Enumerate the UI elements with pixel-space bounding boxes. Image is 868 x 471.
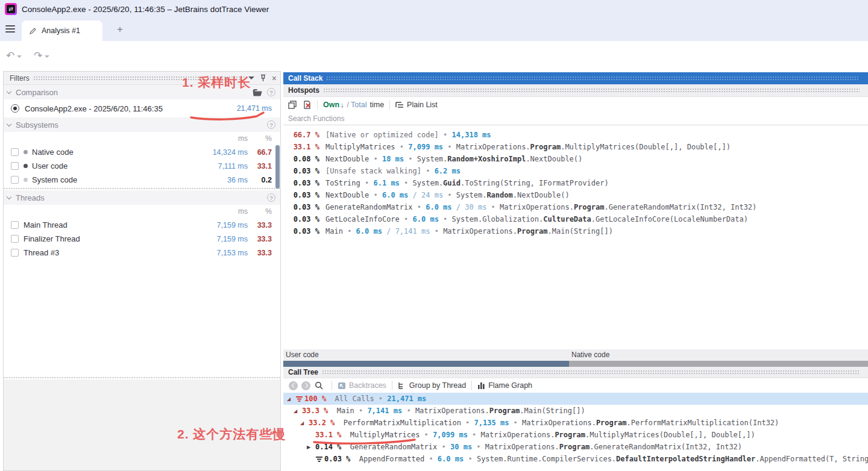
signature: .GetLocaleInfoCore(LocaleNumberData) [591, 215, 748, 223]
subsystem-row[interactable]: Native code14,324 ms66.7 [4, 145, 280, 159]
snapshot-total-time: 21,471 ms [237, 104, 272, 113]
own-time: 6.0 ms [356, 227, 382, 236]
stacked-frames-icon[interactable] [288, 101, 297, 109]
hotspot-percent: 0.03 % [291, 203, 319, 211]
checkbox[interactable] [11, 148, 19, 156]
hotspot-row[interactable]: 0.03 %ToString • 6.1 ms • System.Guid.To… [283, 177, 868, 189]
code-type-bar: User code Native code [283, 349, 868, 367]
function-name: GenerateRandomMatrix [326, 203, 413, 211]
checkbox[interactable] [11, 162, 19, 170]
subsystem-percent: 33.1 [248, 162, 272, 170]
section-subsystems[interactable]: Subsystems ? [4, 117, 280, 132]
tree-percent: 0.14 % [315, 443, 350, 451]
checkbox[interactable] [11, 176, 19, 184]
signature-class: Program [559, 443, 590, 451]
help-circle-icon[interactable]: ? [267, 88, 275, 96]
call-tree-row[interactable]: 33.1 % MultiplyMatrices • 7,099 ms • Mat… [283, 429, 868, 441]
function-name: [Native or optimized code] [326, 131, 439, 139]
section-threads[interactable]: Threads ? [4, 190, 280, 205]
native-code-label: Native code [571, 351, 609, 359]
folder-icon[interactable] [253, 89, 263, 96]
redo-button[interactable]: ↷ [34, 49, 49, 62]
backtraces-button[interactable]: Backtraces [349, 381, 386, 390]
help-circle-icon[interactable]: ? [267, 193, 275, 202]
checkbox[interactable] [11, 249, 19, 257]
hotspot-row[interactable]: 0.03 %Main • 6.0 ms / 7,141 ms • MatrixO… [283, 225, 868, 237]
subsystem-percent: 0.2 [248, 176, 272, 184]
checkbox[interactable] [11, 221, 19, 229]
close-icon[interactable]: × [272, 74, 277, 83]
filters-panel: Filters × Comparison ? Cons [3, 71, 281, 471]
main-menu-button[interactable] [5, 25, 15, 33]
hotspot-row[interactable]: 0.08 %NextDouble • 18 ms • System.Random… [283, 153, 868, 165]
native-code-segment[interactable] [569, 361, 868, 367]
subsystem-row[interactable]: System code36 ms0.2 [4, 173, 280, 187]
help-circle-icon[interactable]: ? [267, 120, 275, 129]
own-time: 6.2 ms [435, 167, 461, 175]
hotspot-row[interactable]: 0.03 %[Unsafe stack walking] • 6.2 ms [283, 165, 868, 177]
hotspot-row[interactable]: 66.7 %[Native or optimized code] • 14,31… [283, 129, 868, 141]
list-icon [395, 101, 404, 108]
total-time: 24 ms [421, 191, 443, 199]
function-name: PerformMatrixMultiplication [344, 419, 461, 427]
call-tree-row[interactable]: ◢33.2 % PerformMatrixMultiplication • 7,… [283, 417, 868, 429]
tab-analysis-1[interactable]: Analysis #1 [22, 20, 102, 41]
thread-row[interactable]: Main Thread7,159 ms33.3 [4, 218, 280, 232]
search-functions-input[interactable] [283, 114, 868, 123]
pencil-icon [29, 27, 37, 35]
chevron-down-icon[interactable] [17, 55, 22, 58]
expanded-arrow-icon[interactable]: ◢ [287, 396, 295, 402]
call-tree-row[interactable]: 0.03 % AppendFormatted • 6.0 ms • System… [283, 453, 868, 465]
comparison-label: Comparison [16, 88, 58, 97]
user-code-segment[interactable] [283, 361, 569, 367]
signature: MatrixOperations. [522, 419, 596, 427]
sort-total-button[interactable]: Total [351, 101, 366, 109]
vertical-scrollbar[interactable] [275, 145, 280, 189]
subsystem-row[interactable]: User code7,111 ms33.1 [4, 159, 280, 173]
comparison-snapshot-row[interactable]: ConsoleApp2.exe - 2025/6/20, 11:46:35 21… [4, 99, 280, 117]
signature: System.Globalization. [452, 215, 544, 223]
magnifier-icon[interactable] [315, 381, 324, 390]
backtraces-icon[interactable] [338, 382, 346, 390]
undo-button[interactable]: ↶ [6, 49, 22, 62]
new-tab-button[interactable]: + [113, 23, 127, 36]
signature: .NextDouble() [513, 191, 570, 199]
hotspot-percent: 0.03 % [291, 167, 319, 175]
flame-graph-button[interactable]: Flame Graph [488, 381, 532, 390]
plain-list-button[interactable]: Plain List [407, 101, 438, 109]
pin-icon[interactable] [260, 74, 266, 82]
tree-percent: 33.3 % [302, 407, 337, 415]
collapsed-arrow-icon[interactable]: ▶ [307, 444, 315, 450]
sort-own-button[interactable]: Own [323, 101, 339, 109]
hotspot-row[interactable]: 0.03 %GetLocaleInfoCore • 6.0 ms • Syste… [283, 213, 868, 225]
subsystem-name: System code [32, 175, 197, 184]
panel-menu-icon[interactable] [248, 76, 254, 80]
thread-row[interactable]: Thread #37,153 ms33.3 [4, 246, 280, 260]
forward-button[interactable] [301, 381, 310, 390]
hotspot-percent: 0.08 % [291, 155, 319, 163]
hotspots-list: 66.7 %[Native or optimized code] • 14,31… [283, 125, 868, 237]
back-button[interactable] [289, 381, 298, 390]
own-time: 6.0 ms [438, 455, 464, 463]
filters-title: Filters [10, 74, 30, 83]
file-red-x-icon[interactable] [303, 101, 312, 109]
expanded-arrow-icon[interactable]: ◢ [300, 420, 309, 426]
signature: .Main(String[]) [520, 407, 585, 415]
group-by-thread-button[interactable]: Group by Thread [409, 381, 466, 390]
call-tree-row[interactable]: ◢33.3 % Main • 7,141 ms • MatrixOperatio… [283, 405, 868, 417]
window-title: ConsoleApp2.exe - 2025/6/20, 11:46:35 – … [22, 5, 269, 14]
hotspot-row[interactable]: 33.1 %MultiplyMatrices • 7,099 ms • Matr… [283, 141, 868, 153]
tree-percent: 0.03 % [324, 455, 359, 463]
signature: System. [456, 191, 487, 199]
subsystems-column-header: ms% [4, 132, 280, 145]
call-tree-row[interactable]: ◢100 % All Calls • 21,471 ms [283, 393, 868, 405]
radio-selected-icon[interactable] [11, 104, 19, 113]
checkbox[interactable] [11, 235, 19, 243]
hotspot-row[interactable]: 0.03 %NextDouble • 6.0 ms / 24 ms • Syst… [283, 189, 868, 201]
chevron-down-icon[interactable] [45, 55, 49, 58]
expanded-arrow-icon[interactable]: ◢ [294, 408, 302, 414]
thread-row[interactable]: Finalizer Thread7,159 ms33.3 [4, 232, 280, 246]
hotspot-row[interactable]: 0.03 %GenerateRandomMatrix • 6.0 ms / 30… [283, 201, 868, 213]
section-comparison[interactable]: Comparison ? [4, 85, 280, 99]
call-tree-row[interactable]: ▶0.14 % GenerateRandomMatrix • 30 ms • M… [283, 441, 868, 453]
